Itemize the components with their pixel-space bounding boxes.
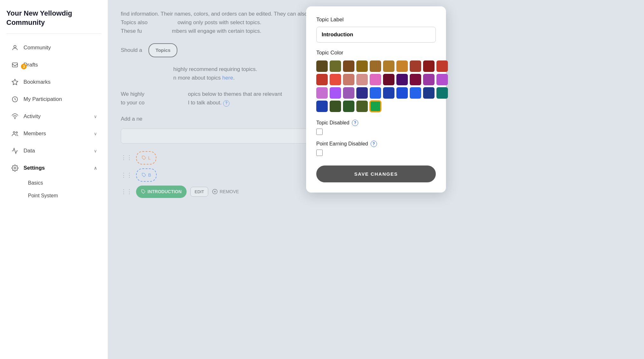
color-swatch-24[interactable] [370,87,381,99]
sidebar-nav: Community 3 Drafts Bookmarks [6,39,101,202]
sidebar-item-label-bookmarks: Bookmarks [24,79,51,85]
main-content: find information. Their names, colors, a… [108,0,644,359]
color-swatch-21[interactable] [330,87,341,99]
chevron-down-icon: ∨ [94,114,97,119]
sidebar-brand: Your New Yellowdig Community [6,9,101,34]
sidebar-item-settings[interactable]: Settings ∧ [6,160,101,176]
color-swatch-10[interactable] [316,74,328,85]
topic-disabled-checkbox[interactable] [316,129,323,135]
topic-disabled-label: Topic Disabled [316,120,349,126]
color-swatch-28[interactable] [423,87,435,99]
color-swatch-14[interactable] [370,74,381,85]
inbox-icon: 3 [11,61,19,69]
sidebar-item-label-participation: My Participation [24,96,62,102]
chevron-down-icon-members: ∨ [94,131,97,136]
color-swatch-19[interactable] [436,74,448,85]
modal-overlay: Topic Label Topic Color Topic Disabled ? [108,0,644,359]
topic-disabled-section: Topic Disabled ? [316,120,436,135]
sidebar-item-my-participation[interactable]: My Participation [6,91,101,108]
sidebar-item-label-data: Data [24,148,35,154]
topic-label-input[interactable] [316,27,436,43]
color-swatch-6[interactable] [396,60,408,72]
color-swatch-3[interactable] [356,60,368,72]
sidebar-sub-item-point-system[interactable]: Point System [24,190,101,202]
color-swatch-26[interactable] [396,87,408,99]
save-changes-button[interactable]: SAVE CHANGES [316,165,436,182]
svg-point-4 [15,118,15,119]
topic-label-heading: Topic Label [316,17,436,23]
color-swatch-34[interactable] [370,101,381,112]
color-swatch-15[interactable] [383,74,394,85]
color-swatch-16[interactable] [396,74,408,85]
drafts-badge: 3 [21,64,27,69]
color-swatch-32[interactable] [343,101,354,112]
topic-color-heading: Topic Color [316,50,436,56]
sidebar: Your New Yellowdig Community Community 3… [0,0,108,359]
sidebar-item-activity[interactable]: Activity ∨ [6,108,101,125]
sidebar-item-community[interactable]: Community [6,39,101,56]
chart-icon [11,147,19,155]
clock-icon [11,95,19,103]
point-earning-section: Point Earning Disabled ? [316,141,436,156]
svg-marker-2 [12,79,18,85]
sidebar-item-label-members: Members [24,130,46,137]
color-swatch-8[interactable] [423,60,435,72]
sidebar-item-label-settings: Settings [24,165,45,171]
color-swatch-2[interactable] [343,60,354,72]
color-swatch-22[interactable] [343,87,354,99]
svg-point-0 [14,46,16,48]
point-earning-help-icon[interactable]: ? [371,141,377,147]
gear-icon [11,164,19,172]
sidebar-item-members[interactable]: Members ∨ [6,125,101,142]
color-swatch-0[interactable] [316,60,328,72]
sidebar-item-label-community: Community [24,45,51,51]
wifi-icon [11,112,19,121]
settings-sub-nav: Basics Point System [6,177,101,202]
sidebar-item-label-activity: Activity [24,113,41,120]
color-swatch-4[interactable] [370,60,381,72]
sidebar-item-bookmarks[interactable]: Bookmarks [6,74,101,90]
svg-rect-1 [12,63,18,67]
sidebar-item-data[interactable]: Data ∨ [6,143,101,159]
color-swatch-23[interactable] [356,87,368,99]
color-swatch-30[interactable] [316,101,328,112]
star-icon [11,78,19,86]
color-swatch-29[interactable] [436,87,448,99]
topic-edit-modal: Topic Label Topic Color Topic Disabled ? [306,6,446,193]
svg-point-7 [14,167,16,169]
members-icon [11,130,19,138]
color-swatch-13[interactable] [356,74,368,85]
svg-point-6 [16,132,17,133]
color-swatch-12[interactable] [343,74,354,85]
color-grid [316,60,436,112]
color-swatch-11[interactable] [330,74,341,85]
person-circle-icon [11,44,19,52]
color-swatch-33[interactable] [356,101,368,112]
color-swatch-1[interactable] [330,60,341,72]
sidebar-sub-item-basics[interactable]: Basics [24,177,101,189]
topic-disabled-help-icon[interactable]: ? [352,120,358,126]
svg-point-5 [13,132,15,134]
color-swatch-31[interactable] [330,101,341,112]
color-swatch-5[interactable] [383,60,394,72]
sidebar-item-drafts[interactable]: 3 Drafts [6,57,101,73]
color-swatch-9[interactable] [436,60,448,72]
point-earning-label: Point Earning Disabled [316,141,368,147]
color-swatch-20[interactable] [316,87,328,99]
point-earning-checkbox[interactable] [316,150,323,156]
color-swatch-18[interactable] [423,74,435,85]
color-swatch-17[interactable] [410,74,421,85]
color-swatch-25[interactable] [383,87,394,99]
chevron-up-icon-settings: ∧ [94,165,97,171]
chevron-down-icon-data: ∨ [94,148,97,153]
color-swatch-7[interactable] [410,60,421,72]
color-swatch-27[interactable] [410,87,421,99]
